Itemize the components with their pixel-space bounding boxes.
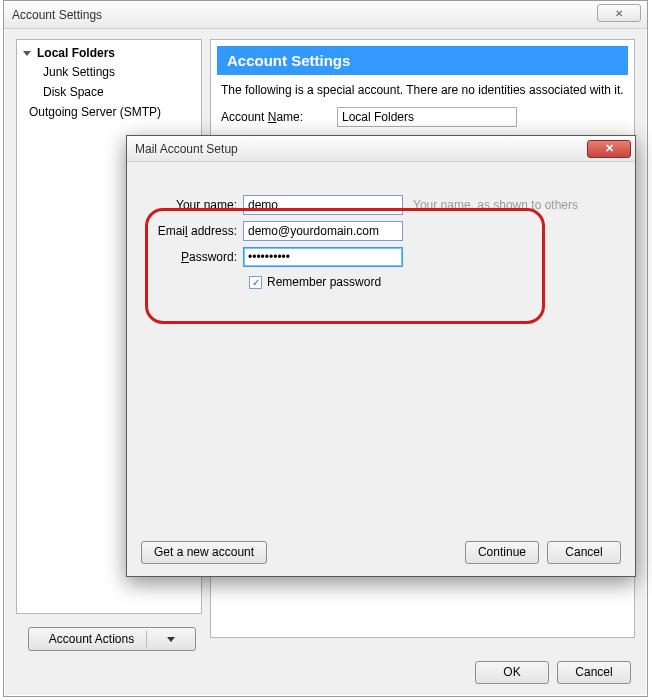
dialog-close-button[interactable]: ✕: [587, 140, 631, 158]
dialog-body: Your name: Your name, as shown to others…: [127, 162, 635, 528]
dialog-footer: Get a new account Continue Cancel: [127, 528, 635, 576]
tree-item-disk-space[interactable]: Disk Space: [17, 82, 201, 102]
account-name-input[interactable]: [337, 107, 517, 127]
parent-window-title: Account Settings: [12, 8, 639, 22]
dialog-title: Mail Account Setup: [135, 142, 587, 156]
name-input[interactable]: [243, 195, 403, 215]
remember-label: Remember password: [267, 275, 381, 289]
parent-titlebar[interactable]: Account Settings ✕: [4, 1, 647, 29]
remember-password-checkbox[interactable]: ✓: [249, 276, 262, 289]
content-header: Account Settings: [217, 46, 628, 75]
dialog-cancel-button[interactable]: Cancel: [547, 541, 621, 564]
name-label: Your name:: [141, 198, 243, 212]
tree-root-label: Local Folders: [37, 46, 115, 60]
get-new-account-button[interactable]: Get a new account: [141, 541, 267, 564]
account-name-label: Account Name:: [221, 110, 331, 124]
cancel-button[interactable]: Cancel: [557, 661, 631, 684]
dialog-titlebar[interactable]: Mail Account Setup ✕: [127, 136, 635, 162]
password-label: Password:: [141, 250, 243, 264]
continue-button[interactable]: Continue: [465, 541, 539, 564]
remember-row: ✓ Remember password: [249, 270, 621, 294]
email-row: Email address:: [141, 218, 621, 244]
password-input[interactable]: [243, 247, 403, 267]
mail-account-setup-dialog: Mail Account Setup ✕ Your name: Your nam…: [126, 135, 636, 577]
ok-button[interactable]: OK: [475, 661, 549, 684]
name-hint: Your name, as shown to others: [413, 198, 578, 212]
name-row: Your name: Your name, as shown to others: [141, 192, 621, 218]
email-input[interactable]: [243, 221, 403, 241]
chevron-down-icon: [167, 637, 175, 642]
parent-close-button[interactable]: ✕: [597, 4, 641, 22]
email-label: Email address:: [141, 224, 243, 238]
close-icon: ✕: [615, 8, 623, 19]
account-actions-label: Account Actions: [49, 632, 134, 646]
password-row: Password:: [141, 244, 621, 270]
check-icon: ✓: [252, 277, 260, 288]
parent-footer: OK Cancel: [4, 648, 647, 696]
close-icon: ✕: [605, 142, 614, 155]
separator: [146, 630, 147, 648]
tree-item-outgoing[interactable]: Outgoing Server (SMTP): [17, 102, 201, 122]
setup-form: Your name: Your name, as shown to others…: [141, 192, 621, 294]
tree-root-local-folders[interactable]: Local Folders: [17, 44, 201, 62]
tree-item-junk[interactable]: Junk Settings: [17, 62, 201, 82]
chevron-down-icon: [23, 51, 31, 56]
account-name-row: Account Name:: [211, 105, 634, 131]
content-description: The following is a special account. Ther…: [211, 83, 634, 105]
